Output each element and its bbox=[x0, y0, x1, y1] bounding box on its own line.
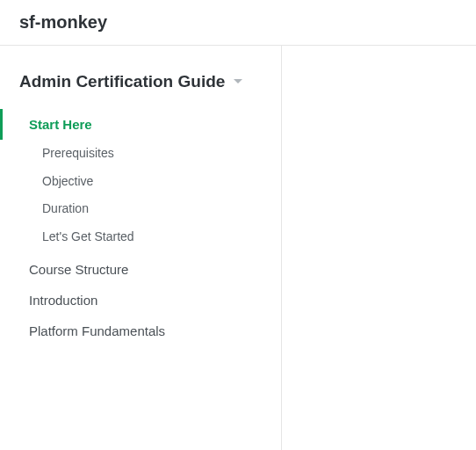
nav-item-start-here[interactable]: Start Here bbox=[0, 109, 281, 140]
sidebar: Admin Certification Guide Start Here Pre… bbox=[0, 46, 282, 450]
nav-subitem-objective[interactable]: Objective bbox=[0, 168, 281, 196]
sidebar-nav: Start Here Prerequisites Objective Durat… bbox=[0, 109, 281, 346]
site-header: sf-monkey bbox=[0, 0, 476, 46]
guide-title: Admin Certification Guide bbox=[19, 72, 225, 91]
site-title[interactable]: sf-monkey bbox=[19, 12, 457, 33]
nav-subitem-lets-get-started[interactable]: Let's Get Started bbox=[0, 223, 281, 251]
main-content bbox=[282, 46, 476, 450]
nav-item-introduction[interactable]: Introduction bbox=[0, 285, 281, 316]
nav-subitem-prerequisites[interactable]: Prerequisites bbox=[0, 140, 281, 168]
layout: Admin Certification Guide Start Here Pre… bbox=[0, 46, 476, 450]
chevron-down-icon[interactable] bbox=[234, 79, 242, 84]
nav-item-course-structure[interactable]: Course Structure bbox=[0, 254, 281, 285]
guide-header[interactable]: Admin Certification Guide bbox=[0, 72, 281, 91]
nav-item-platform-fundamentals[interactable]: Platform Fundamentals bbox=[0, 316, 281, 346]
nav-subitem-duration[interactable]: Duration bbox=[0, 195, 281, 223]
